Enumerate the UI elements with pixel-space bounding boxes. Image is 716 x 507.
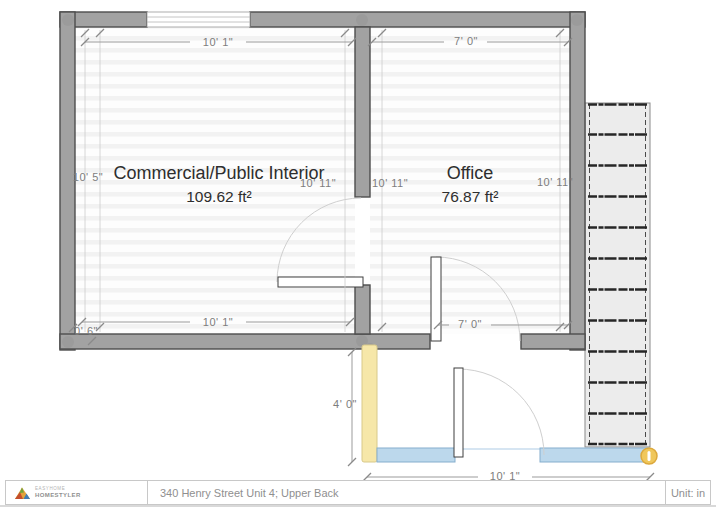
wall-bottom-right-segment bbox=[521, 334, 585, 349]
dimension-right-height: 10' 11" bbox=[537, 176, 573, 188]
dimension-left-height: 10' 5" bbox=[73, 171, 103, 183]
highlighted-wall-yellow bbox=[362, 345, 377, 462]
homestyler-triangle-icon bbox=[14, 486, 31, 500]
homestyler-logo-text: EASYHOME HOMESTYLER bbox=[35, 487, 81, 499]
homestyler-logo: EASYHOME HOMESTYLER bbox=[6, 481, 148, 504]
dimension-commercial-bottom-width: 10' 1" bbox=[203, 316, 233, 328]
dimension-office-top-width: 7' 0" bbox=[454, 35, 478, 47]
wall-top-right-segment bbox=[250, 12, 585, 27]
exterior-wall-blue-left bbox=[377, 448, 455, 462]
logo-line2: HOMESTYLER bbox=[35, 492, 81, 499]
room-area-office: 76.87 ft² bbox=[442, 188, 499, 206]
interior-door-panel bbox=[278, 277, 363, 287]
entry-door bbox=[454, 368, 544, 457]
dimension-bottom-offset: 0' 6" bbox=[74, 325, 98, 337]
entry-door-panel bbox=[454, 368, 463, 457]
exterior-wall-blue-right bbox=[540, 448, 648, 462]
stairs bbox=[585, 103, 650, 447]
dimension-office-bottom-width: 7' 0" bbox=[458, 318, 482, 330]
room-name-commercial: Commercial/Public Interior bbox=[113, 163, 324, 184]
entry-door-swing-arc bbox=[458, 369, 544, 455]
footer-bar: EASYHOME HOMESTYLER 340 Henry Street Uni… bbox=[5, 480, 711, 505]
dimension-commercial-top-width: 10' 1" bbox=[203, 36, 233, 48]
room-name-office: Office bbox=[447, 163, 494, 184]
unit-indicator: Unit: in bbox=[665, 481, 710, 504]
handle-marker bbox=[641, 448, 657, 464]
office-door-panel bbox=[431, 257, 441, 341]
window bbox=[147, 12, 250, 27]
floor-plan-page: Commercial/Public Interior 109.62 ft² Of… bbox=[0, 0, 716, 507]
interior-wall-lower bbox=[355, 285, 370, 334]
dimension-interior-left-height: 10' 11" bbox=[300, 177, 336, 189]
room-area-commercial: 109.62 ft² bbox=[186, 188, 252, 206]
interior-wall-upper bbox=[355, 27, 370, 197]
plan-address: 340 Henry Street Unit 4; Upper Back bbox=[148, 481, 665, 504]
floor-plan-drawing bbox=[0, 0, 716, 507]
dimension-interior-right-height: 10' 11" bbox=[372, 177, 408, 189]
dimension-entry-side-height: 4' 0" bbox=[333, 398, 357, 410]
